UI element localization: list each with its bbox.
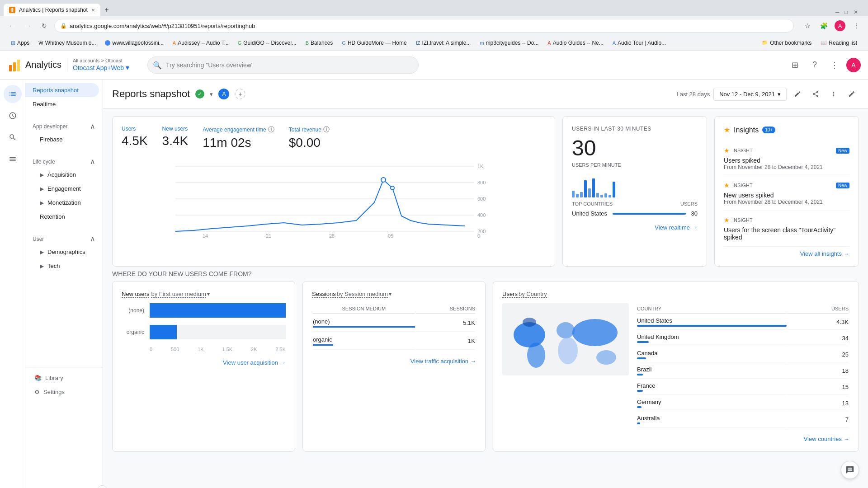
view-user-acquisition-link[interactable]: View user acquisition → <box>122 359 286 366</box>
pencil-report-button[interactable] <box>844 87 859 101</box>
share-report-button[interactable] <box>808 87 823 101</box>
svg-text:400: 400 <box>477 212 486 218</box>
settings-icon: ⚙ <box>34 389 40 395</box>
sidebar-item-realtime[interactable]: Realtime <box>25 97 99 111</box>
sidebar-item-engagement[interactable]: ▶ Engagement <box>25 182 99 196</box>
lifecycle-section-title[interactable]: Life cycle ∧ <box>25 154 103 168</box>
sessions-header: SESSIONS <box>416 304 475 314</box>
sidebar-icon-menu[interactable] <box>4 150 22 168</box>
tab-close[interactable]: ✕ <box>91 8 95 13</box>
view-all-insights-link[interactable]: View all insights → <box>724 250 849 257</box>
address-bar[interactable]: 🔒 analytics.google.com/analytics/web/#/p… <box>54 19 794 33</box>
bookmark-guidemore[interactable]: G HD GuideMore — Home <box>338 38 410 48</box>
property-name[interactable]: Otocast App+Web ▾ <box>73 63 129 72</box>
feedback-button[interactable] <box>841 461 859 479</box>
sidebar-icon-reports[interactable] <box>4 85 22 103</box>
insight-label-3: INSIGHT <box>732 217 753 223</box>
bookmark-button[interactable]: ☆ <box>801 19 814 32</box>
browser-controls: ← → ↻ 🔒 analytics.google.com/analytics/w… <box>0 16 868 35</box>
insight-tag-2: ★ INSIGHT New <box>724 182 849 189</box>
revenue-info-icon[interactable]: ⓘ <box>323 126 330 134</box>
grid-icon[interactable]: ⊞ <box>787 57 803 73</box>
sidebar-item-tech[interactable]: ▶ Tech <box>25 259 99 273</box>
view-countries-link[interactable]: View countries → <box>502 436 849 442</box>
bookmark-balances[interactable]: B Balances <box>302 38 337 48</box>
engagement-info-icon[interactable]: ⓘ <box>268 126 274 134</box>
bookmark-village[interactable]: www.villageofossini... <box>101 38 167 48</box>
active-tab[interactable]: Analytics | Reports snapshot ✕ <box>4 4 100 16</box>
sidebar-item-demographics[interactable]: ▶ Demographics <box>25 245 99 259</box>
minimize-button[interactable]: ─ <box>835 9 843 16</box>
sidebar-item-firebase[interactable]: Firebase <box>25 132 99 146</box>
bookmark-guidigo[interactable]: G GuidiGO -- Discover... <box>234 38 300 48</box>
sidebar-item-retention[interactable]: Retention <box>25 210 99 224</box>
bookmark-apps[interactable]: ⊞ Apps <box>7 38 33 48</box>
reload-button[interactable]: ↻ <box>38 19 51 32</box>
sidebar-icon-search[interactable] <box>4 128 22 146</box>
insight-tag-1: ★ INSIGHT New <box>724 147 849 154</box>
more-icon[interactable]: ⋮ <box>826 57 843 73</box>
lifecycle-collapse-icon[interactable]: ∧ <box>90 157 95 166</box>
rt-bar-8 <box>600 195 603 197</box>
property-selector[interactable]: All accounts > Otocast Otocast App+Web ▾ <box>67 58 135 72</box>
users-country-dropdown[interactable]: Users by Country <box>502 291 547 298</box>
more-report-button[interactable] <box>826 87 841 101</box>
sidebar-item-reports-snapshot[interactable]: Reports snapshot <box>25 83 99 97</box>
bookmark-izi[interactable]: IZ IZI.travel: A simple... <box>412 38 475 48</box>
bookmark-whitney[interactable]: W Whitney Museum o... <box>35 38 99 48</box>
bookmark-other[interactable]: 📁 Other bookmarks <box>758 38 815 48</box>
metric-engagement-label: Average engagement time ⓘ <box>203 126 274 134</box>
bookmark-izi-label: IZI.travel: A simple... <box>422 40 471 46</box>
search-icon: 🔍 <box>153 61 162 69</box>
sidebar-icon-realtime[interactable] <box>4 107 22 125</box>
realtime-count: 30 <box>572 136 698 160</box>
help-icon[interactable]: ? <box>807 57 823 73</box>
bookmark-audiotour[interactable]: A Audio Tour | Audio... <box>609 38 670 48</box>
close-window-button[interactable]: ✕ <box>854 9 861 16</box>
date-range-text: Nov 12 - Dec 9, 2021 <box>719 91 775 98</box>
user-section-title[interactable]: User ∧ <box>25 231 103 245</box>
view-traffic-acquisition-link[interactable]: View traffic acquisition → <box>312 358 476 365</box>
sidebar-item-acquisition[interactable]: ▶ Acquisition <box>25 168 99 182</box>
sidebar-item-monetization[interactable]: ▶ Monetization <box>25 196 99 210</box>
country-bar-fr <box>637 390 643 392</box>
insight-new-badge-2: New <box>836 183 849 188</box>
search-input[interactable] <box>147 56 419 74</box>
country-name-de: Germany <box>637 396 787 411</box>
metric-new-users-label: New users <box>162 126 189 132</box>
country-users-br: 18 <box>788 363 849 379</box>
svg-point-27 <box>557 322 575 338</box>
sidebar-item-settings[interactable]: ⚙ Settings <box>29 385 99 399</box>
date-picker[interactable]: Nov 12 - Dec 9, 2021 ▾ <box>713 88 787 101</box>
tab-favicon <box>9 7 15 13</box>
rt-bar-10 <box>609 195 611 197</box>
sessions-dropdown[interactable]: Sessions by Session medium ▾ <box>312 291 392 298</box>
bookmark-other-label: Other bookmarks <box>770 40 811 46</box>
report-dropdown[interactable]: ▾ <box>210 91 213 98</box>
maximize-button[interactable]: □ <box>844 9 852 16</box>
profile-button[interactable]: A <box>834 19 846 32</box>
svg-text:0: 0 <box>477 233 480 239</box>
bookmark-audissey[interactable]: A Audissey -- Audio T... <box>169 38 232 48</box>
new-tab-button[interactable]: + <box>100 4 113 16</box>
avatar[interactable]: A <box>846 58 861 72</box>
app-developer-section-title[interactable]: App developer ∧ <box>25 118 103 132</box>
user-collapse-icon[interactable]: ∧ <box>90 235 95 243</box>
edit-report-button[interactable] <box>790 87 805 101</box>
metric-new-users: New users 3.4K <box>162 126 189 150</box>
forward-button[interactable]: → <box>22 19 34 32</box>
view-realtime-link[interactable]: View realtime → <box>572 224 698 231</box>
bookmark-audioguides[interactable]: A Audio Guides -- Ne... <box>544 38 607 48</box>
bookmark-mp3city[interactable]: m mp3cityguides -- Do... <box>476 38 542 48</box>
extensions-button[interactable]: 🧩 <box>817 19 830 32</box>
sidebar-item-library[interactable]: 📚 Library <box>29 371 99 385</box>
by-session-medium[interactable]: by Session medium <box>337 291 388 298</box>
app-developer-collapse-icon[interactable]: ∧ <box>90 122 95 131</box>
bookmark-reading[interactable]: 📖 Reading list <box>817 38 861 48</box>
insights-title: Insights <box>734 126 759 134</box>
menu-button[interactable]: ⋮ <box>850 19 863 32</box>
by-country[interactable]: by Country <box>519 291 547 298</box>
back-button[interactable]: ← <box>5 19 18 32</box>
new-users-dropdown[interactable]: New users by First user medium ▾ <box>122 291 210 298</box>
add-report-button[interactable]: + <box>235 89 245 99</box>
